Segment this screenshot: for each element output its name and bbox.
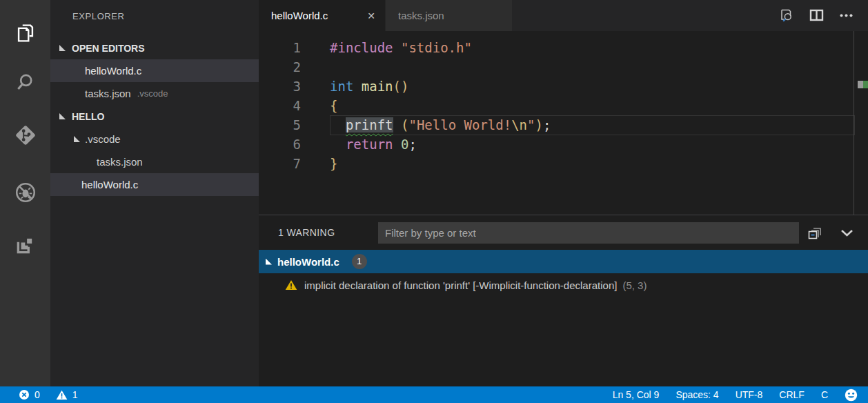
folder-header-label: HELLO: [72, 111, 104, 122]
code-token-word-highlight: prinft: [346, 117, 393, 132]
cursor-position-status[interactable]: Ln 5, Col 9: [613, 389, 660, 400]
code-token: (): [393, 79, 409, 94]
tab-helloworld-c[interactable]: helloWorld.c ✕: [259, 0, 385, 31]
code-token: [330, 137, 346, 152]
explorer-activity-button[interactable]: [0, 12, 50, 57]
code-token: #include: [330, 40, 393, 55]
problems-panel: 1 WARNING helloWorld.c 1: [259, 215, 868, 386]
code-token: [393, 117, 401, 132]
code-line-1: 1 #include "stdio.h": [259, 38, 868, 57]
code-line-3: 3 int main(): [259, 77, 868, 96]
error-circle-icon: [19, 389, 30, 400]
problem-location: (5, 3): [622, 279, 647, 291]
debug-icon: [14, 181, 37, 207]
tree-item-vscode-folder[interactable]: .vscode: [50, 128, 259, 150]
open-editor-label: helloWorld.c: [85, 65, 141, 77]
code-token: {: [330, 98, 337, 113]
problems-panel-header: 1 WARNING: [259, 215, 868, 250]
search-icon: [14, 71, 37, 97]
line-number: 6: [259, 135, 301, 154]
split-editor-icon[interactable]: [809, 8, 825, 23]
code-line-2: 2: [259, 57, 868, 77]
source-control-activity-button[interactable]: [0, 115, 50, 159]
twistie-expanded-icon: [59, 113, 66, 119]
line-number: 4: [259, 96, 301, 115]
problem-row-warning[interactable]: implicit declaration of function 'prinft…: [259, 273, 868, 297]
open-editors-label: OPEN EDITORS: [72, 43, 145, 54]
tree-item-helloworld-c[interactable]: helloWorld.c: [50, 173, 259, 196]
line-number: 5: [259, 115, 301, 135]
problems-file-group-row[interactable]: helloWorld.c 1: [259, 250, 868, 273]
tab-tasks-json[interactable]: tasks.json: [386, 0, 512, 31]
hide-panel-chevron-icon[interactable]: [838, 224, 856, 242]
code-editor[interactable]: 1 #include "stdio.h" 2 3 int main() 4 { …: [259, 31, 868, 215]
open-editor-item-helloworld[interactable]: helloWorld.c: [50, 59, 259, 82]
folder-header-hello[interactable]: HELLO: [50, 105, 259, 128]
open-editor-description: .vscode: [137, 88, 168, 99]
twistie-expanded-icon: [74, 136, 80, 142]
warning-icon: [285, 279, 297, 291]
code-token: int: [330, 79, 353, 94]
code-token: ;: [543, 117, 551, 132]
search-activity-button[interactable]: [0, 62, 50, 106]
code-token: [353, 79, 361, 94]
feedback-smiley-icon[interactable]: [845, 389, 858, 402]
tree-item-label: tasks.json: [97, 156, 143, 168]
problems-status-item[interactable]: 0 1: [0, 389, 78, 400]
problem-message: implicit declaration of function 'prinft…: [304, 279, 617, 291]
code-token: "Hello World!: [408, 117, 511, 132]
code-token: ": [527, 117, 535, 132]
editor-group: helloWorld.c ✕ tasks.json: [259, 0, 868, 386]
code-token: (: [401, 117, 408, 132]
indentation-status[interactable]: Spaces: 4: [675, 389, 718, 400]
tree-item-tasks-json[interactable]: tasks.json: [50, 150, 259, 173]
line-number: 3: [259, 77, 301, 96]
code-content: 1 #include "stdio.h" 2 3 int main() 4 { …: [259, 38, 868, 173]
activity-bar: [0, 0, 50, 386]
code-token: main: [362, 79, 393, 94]
line-number: 2: [259, 57, 301, 77]
explorer-sidebar: EXPLORER OPEN EDITORS helloWorld.c tasks…: [50, 0, 259, 386]
eol-status[interactable]: CRLF: [779, 389, 805, 400]
tab-label: helloWorld.c: [271, 10, 328, 21]
collapse-all-icon[interactable]: [807, 224, 823, 241]
search-file-icon[interactable]: [779, 8, 795, 23]
status-bar: 0 1 Ln 5, Col 9 Spaces: 4 UTF-8 CRLF C: [0, 386, 868, 403]
close-tab-icon[interactable]: ✕: [367, 10, 375, 21]
error-count: 0: [34, 389, 40, 400]
vscode-window: EXPLORER OPEN EDITORS helloWorld.c tasks…: [0, 0, 868, 403]
overview-ruler-warning-marker: [863, 81, 868, 88]
code-token: [393, 137, 401, 152]
twistie-expanded-icon: [59, 45, 66, 51]
source-control-icon: [14, 124, 37, 150]
problems-filter-input[interactable]: [378, 222, 799, 244]
problems-count-badge: 1: [352, 254, 367, 269]
code-token: "stdio.h": [401, 40, 472, 55]
files-icon: [14, 21, 37, 48]
twistie-expanded-icon: [266, 259, 272, 265]
open-editors-header[interactable]: OPEN EDITORS: [50, 37, 259, 59]
open-editor-item-tasks[interactable]: tasks.json .vscode: [50, 82, 259, 105]
code-token: \n: [511, 117, 527, 132]
overview-ruler-border: [854, 31, 854, 215]
extensions-activity-button[interactable]: [0, 224, 50, 268]
code-token: [393, 40, 401, 55]
tree-item-label: .vscode: [85, 133, 121, 145]
problems-file-label: helloWorld.c: [277, 256, 339, 268]
line-number: 1: [259, 38, 301, 57]
debug-activity-button[interactable]: [0, 172, 50, 216]
tree-item-label: helloWorld.c: [81, 179, 138, 190]
more-actions-icon[interactable]: [838, 8, 854, 23]
code-token: [330, 117, 346, 132]
warning-count: 1: [72, 389, 78, 400]
warning-triangle-icon: [56, 390, 68, 400]
extensions-icon: [14, 233, 37, 259]
code-line-6: 6 return 0;: [259, 135, 868, 154]
open-editor-label: tasks.json: [85, 88, 131, 99]
tab-label: tasks.json: [398, 10, 444, 21]
code-token: ): [535, 117, 543, 132]
encoding-status[interactable]: UTF-8: [736, 389, 763, 400]
code-token: ;: [408, 137, 416, 152]
language-mode-status[interactable]: C: [821, 389, 828, 400]
code-token: 0: [401, 137, 408, 152]
